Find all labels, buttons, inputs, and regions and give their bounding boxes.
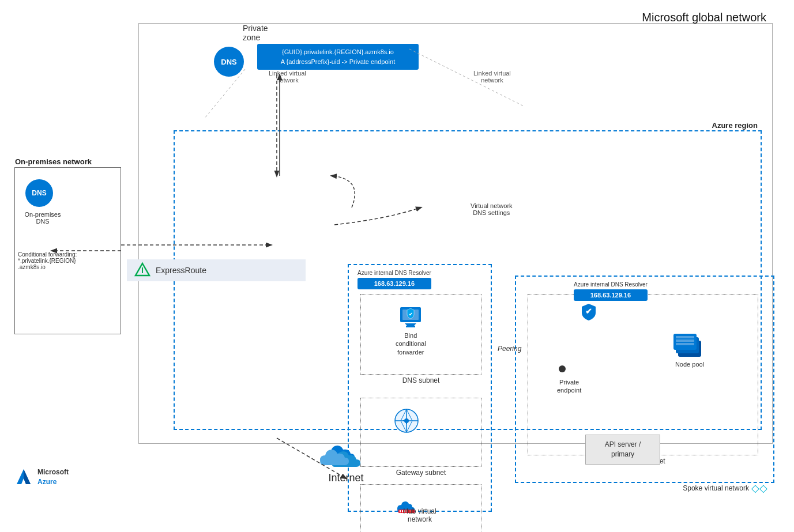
private-zone-label: Private zone <box>243 24 268 42</box>
dns-subnet-label: DNS subnet <box>402 376 440 384</box>
hub-dns-resolver-label: Azure internal DNS Resolver 168.63.129.1… <box>358 270 431 289</box>
expressroute-label: ExpressRoute <box>156 266 206 275</box>
on-prem-dns-icon: DNS <box>25 179 53 207</box>
svg-rect-18 <box>400 510 401 512</box>
computer-icon: ✔ <box>398 306 423 329</box>
hub-vnet-label: Hub virtual network <box>403 507 436 523</box>
bind-forwarder-label: Bind conditional forwarder <box>396 331 426 356</box>
ms-azure-logo: Microsoft Azure <box>14 467 69 487</box>
dns-globe-icon: DNS <box>214 47 244 77</box>
dns-record-box: {GUID}.privatelink.{REGION}.azmk8s.io A … <box>257 44 419 70</box>
cluster-subnet-box: Cluster subnet Private endpoint <box>528 294 758 455</box>
svg-rect-27 <box>676 336 694 338</box>
spoke-vnet-connector-icon: ◇◇ <box>751 482 767 495</box>
spoke-vnet-label: Spoke virtual network <box>683 484 749 492</box>
api-server-label: API server / primary <box>605 440 641 458</box>
spoke-dns-ip-badge: 168.63.129.16 <box>574 289 648 301</box>
internet-cloud-icon <box>317 429 375 470</box>
peering-label: Peering <box>498 345 521 353</box>
svg-text:✔: ✔ <box>585 307 592 316</box>
dns-subnet-box: DNS subnet ✔ Bind conditional forwar <box>360 294 481 375</box>
ms-global-network-label: Microsoft global network <box>642 11 766 24</box>
svg-marker-41 <box>24 469 31 484</box>
internet-label: Internet <box>328 472 363 484</box>
bind-forwarder-icon-wrap: ✔ Bind conditional forwarder <box>396 306 426 356</box>
spoke-vnet-box: Cluster subnet Private endpoint <box>515 276 774 483</box>
node-pool-icon <box>672 329 707 358</box>
node-pool-label: Node pool <box>675 360 704 368</box>
gateway-icon-wrap <box>393 407 420 435</box>
gateway-subnet-box: Gateway subnet <box>360 398 481 467</box>
dns-record-line2: A {addressPrefix}-uid -> Private endpoin… <box>264 57 412 67</box>
ms-azure-logo-text: Microsoft Azure <box>37 467 69 487</box>
conditional-forwarding-label: Conditional forwarding: *.privatelink.{R… <box>18 251 77 270</box>
private-endpoint-wrap: Private endpoint <box>557 364 581 395</box>
linked-vnet-left-label: Linked virtual network <box>269 70 306 84</box>
vnet-dns-settings-label: Virtual network DNS settings <box>471 202 513 216</box>
api-server-box: API server / primary <box>585 435 660 465</box>
node-pool-wrap: Node pool <box>672 329 707 368</box>
azure-region-label: Azure region <box>712 121 758 130</box>
private-endpoint-dot-icon <box>557 364 567 374</box>
internet-wrap: Internet <box>317 429 375 484</box>
spoke-dns-resolver-label: Azure internal DNS Resolver 168.63.129.1… <box>574 281 648 301</box>
svg-rect-29 <box>676 343 694 345</box>
svg-point-23 <box>559 365 566 372</box>
dns-record-line1: {GUID}.privatelink.{REGION}.azmk8s.io <box>264 47 412 57</box>
spoke-shield-icon: ✔ <box>579 303 598 321</box>
gateway-subnet-label: Gateway subnet <box>396 469 446 477</box>
svg-rect-3 <box>406 326 415 327</box>
hub-dns-ip-badge: 168.63.129.16 <box>358 278 431 289</box>
on-prem-dns-label: On-premises DNS <box>20 211 66 225</box>
azure-logo-icon <box>14 468 33 486</box>
svg-marker-2 <box>405 323 416 326</box>
expressroute-icon <box>134 262 151 279</box>
linked-vnet-right-label: Linked virtual network <box>473 70 511 84</box>
on-premises-label: On-premises network <box>15 157 92 166</box>
private-endpoint-label: Private endpoint <box>557 378 581 395</box>
gateway-icon <box>393 407 420 435</box>
svg-text:✔: ✔ <box>409 312 413 317</box>
spoke-shield-icon-wrap: ✔ <box>579 303 598 323</box>
main-diagram: Microsoft global network Azure region DN… <box>6 6 784 496</box>
svg-rect-28 <box>676 339 694 342</box>
spoke-vnet-label-wrap: Spoke virtual network ◇◇ <box>683 482 767 495</box>
on-premises-box: On-premises network DNS On-premises DNS … <box>14 167 121 334</box>
ms-global-network-container: Microsoft global network Azure region DN… <box>138 23 773 444</box>
expressroute-row: ExpressRoute <box>127 259 306 281</box>
